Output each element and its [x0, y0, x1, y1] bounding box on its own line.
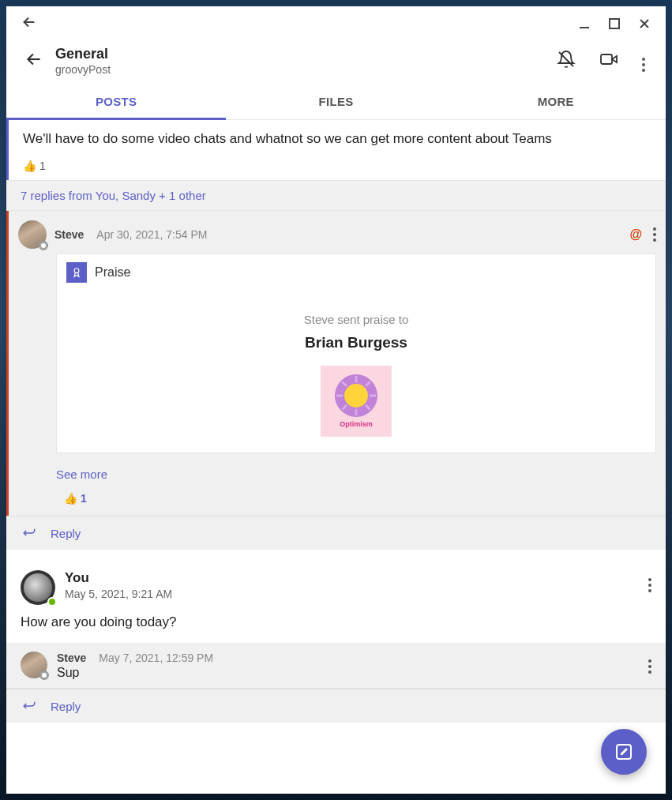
- reply-content: Steve May 7, 2021, 12:59 PM Sup: [57, 652, 639, 680]
- reply-reactions[interactable]: 👍 1: [18, 487, 656, 516]
- conversation-header: You May 5, 2021, 9:21 AM: [6, 559, 666, 608]
- meet-button[interactable]: [595, 45, 623, 77]
- channel-titles: General groovyPost: [55, 46, 552, 76]
- close-icon: [639, 18, 650, 29]
- arrow-left-icon: [21, 13, 38, 31]
- tab-posts[interactable]: POSTS: [6, 85, 226, 119]
- tab-files[interactable]: FILES: [226, 85, 445, 119]
- presence-online-icon: [47, 597, 57, 607]
- channel-header: General groovyPost: [6, 41, 666, 85]
- svg-rect-0: [580, 27, 589, 28]
- conversation-timestamp: May 5, 2021, 9:21 AM: [65, 588, 172, 600]
- thumbs-up-icon: 👍: [64, 492, 77, 505]
- conversation-you: You May 5, 2021, 9:21 AM How are you doi…: [6, 559, 666, 723]
- reply-timestamp: Apr 30, 2021, 7:54 PM: [96, 228, 207, 241]
- reaction-count: 1: [39, 160, 46, 172]
- channel-actions: [552, 45, 653, 77]
- presence-offline-icon: [39, 241, 48, 250]
- reply-author: Steve: [57, 652, 86, 664]
- more-vertical-icon: [648, 578, 651, 592]
- window-titlebar: [6, 6, 666, 41]
- svg-point-3: [74, 269, 79, 273]
- window-maximize-button[interactable]: [599, 12, 629, 36]
- replies-summary-bar[interactable]: 7 replies from You, Sandy + 1 other: [6, 180, 666, 211]
- root-message-text: We'll have to do some video chats and wh…: [9, 120, 666, 156]
- notifications-button[interactable]: [552, 45, 580, 77]
- posts-content[interactable]: We'll have to do some video chats and wh…: [6, 120, 666, 794]
- minimize-icon: [579, 18, 590, 29]
- conversation-author: You: [65, 570, 172, 586]
- window-close-button[interactable]: [629, 12, 659, 36]
- conversation-thread: We'll have to do some video chats and wh…: [6, 120, 666, 180]
- channel-back-button[interactable]: [19, 44, 55, 77]
- bell-off-icon: [557, 50, 576, 69]
- presence-offline-icon: [39, 670, 49, 680]
- app-window: General groovyPost POSTS FILES MORE: [6, 6, 666, 794]
- praise-badge-label: Optimism: [340, 420, 373, 428]
- sun-icon: [335, 374, 377, 417]
- avatar-steve[interactable]: [21, 652, 47, 678]
- reply-header: Steve Apr 30, 2021, 7:54 PM @: [18, 220, 656, 249]
- conversation-more-button[interactable]: [648, 570, 651, 592]
- praise-ribbon-icon: [66, 262, 87, 283]
- see-more-link[interactable]: See more: [18, 458, 656, 487]
- svg-rect-1: [610, 19, 619, 28]
- tab-more[interactable]: MORE: [446, 85, 666, 119]
- conversation-body: How are you doing today?: [6, 608, 666, 644]
- reply-label: Reply: [51, 527, 81, 540]
- more-vertical-icon: [642, 58, 645, 72]
- reply-steve-sup: Steve May 7, 2021, 12:59 PM Sup: [6, 644, 666, 689]
- reply-header-actions: @: [629, 227, 656, 242]
- channel-tabs: POSTS FILES MORE: [6, 85, 666, 120]
- browser-back-button[interactable]: [13, 9, 46, 39]
- conversation-meta: You May 5, 2021, 9:21 AM: [65, 570, 172, 600]
- compose-icon: [614, 742, 633, 761]
- reply-arrow-icon: [21, 699, 38, 713]
- reply-more-button[interactable]: [648, 652, 651, 674]
- maximize-icon: [609, 18, 620, 29]
- avatar-steve[interactable]: [18, 220, 47, 249]
- praise-label: Praise: [95, 265, 130, 280]
- praise-sent-line: Steve sent praise to: [57, 313, 655, 326]
- reply-body: Sup: [57, 666, 639, 680]
- reply-arrow-icon: [21, 526, 38, 540]
- more-vertical-icon: [648, 659, 651, 674]
- praise-badge-art: Optimism: [321, 366, 392, 437]
- arrow-left-icon: [24, 49, 44, 69]
- reaction-count: 1: [81, 492, 87, 505]
- reply-action-row[interactable]: Reply: [6, 689, 666, 723]
- new-conversation-button[interactable]: [601, 729, 647, 775]
- praise-card-header: Praise: [57, 254, 655, 291]
- reply-label: Reply: [51, 700, 81, 713]
- video-icon: [599, 50, 618, 69]
- window-minimize-button[interactable]: [569, 12, 599, 36]
- reply-author: Steve: [54, 228, 84, 241]
- reply-action-row[interactable]: Reply: [6, 516, 666, 550]
- reply-more-button[interactable]: [653, 227, 656, 242]
- svg-rect-2: [601, 54, 612, 64]
- avatar-you[interactable]: [21, 570, 55, 605]
- more-options-button[interactable]: [637, 45, 650, 77]
- channel-title: General: [55, 46, 552, 62]
- reply-steve-praise: Steve Apr 30, 2021, 7:54 PM @ Praise Ste…: [6, 211, 666, 516]
- thumbs-up-icon: 👍: [23, 160, 36, 172]
- praise-card: Praise Steve sent praise to Brian Burges…: [56, 254, 656, 453]
- reply-timestamp: May 7, 2021, 12:59 PM: [99, 652, 213, 664]
- team-name: groovyPost: [55, 63, 552, 76]
- root-reactions[interactable]: 👍 1: [9, 156, 666, 180]
- mention-indicator-icon: @: [629, 227, 642, 242]
- praise-recipient: Brian Burgess: [57, 334, 655, 351]
